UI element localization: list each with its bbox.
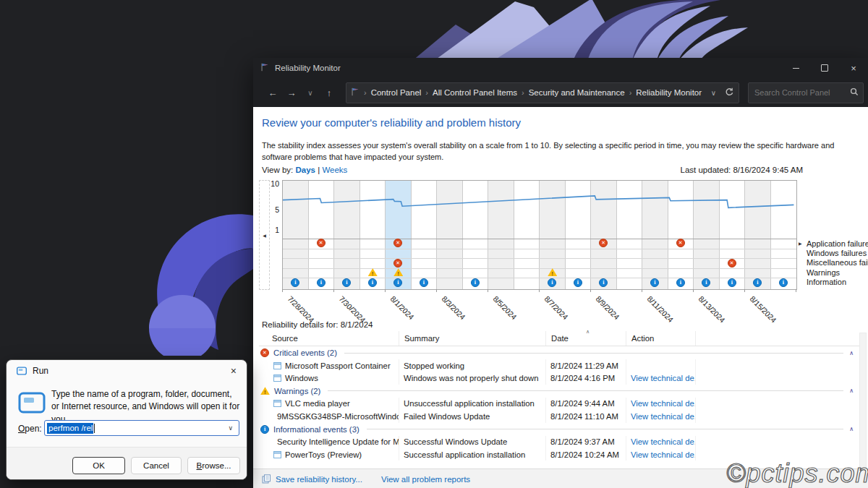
event-group-header[interactable]: ✕Critical events (2)∧ [259, 346, 864, 359]
group-rule [344, 353, 843, 354]
wallpaper-bloom-left [139, 211, 255, 356]
up-button[interactable]: ↑ [320, 87, 339, 98]
refresh-icon[interactable] [725, 87, 734, 98]
forward-button[interactable]: → [282, 87, 301, 98]
reliability-monitor-icon [260, 63, 269, 73]
chart-row-gridline [283, 239, 796, 239]
application-failure-icon[interactable]: ✕ [317, 239, 326, 247]
miscellaneous-failure-icon[interactable]: ✕ [393, 259, 402, 267]
column-header-date[interactable]: Date∧ [546, 331, 626, 346]
maximize-button[interactable] [810, 58, 839, 78]
breadcrumb-item[interactable]: Control Panel [371, 88, 422, 97]
breadcrumb[interactable]: ›Control Panel›All Control Panel Items›S… [346, 82, 739, 103]
event-row[interactable]: 9MSSGKG348SP-MicrosoftWindo...Failed Win… [259, 410, 864, 422]
chart-date-label: 8/1/2024 [388, 294, 415, 321]
event-group-header[interactable]: iInformational events (3)∧ [259, 423, 864, 436]
page-title: Review your computer's reliability and p… [262, 116, 521, 129]
information-icon[interactable]: i [317, 278, 326, 287]
information-icon[interactable]: i [599, 278, 608, 287]
application-failure-icon[interactable]: ✕ [676, 239, 685, 247]
view-technical-details-link[interactable]: View technical de... [631, 450, 696, 459]
chart-plot-area[interactable]: ✕✕✕✕✕✕!!!iiiiiiiiiiiiiiii [282, 180, 797, 290]
view-by-days-link[interactable]: Days [295, 166, 315, 174]
legend-item: Warnings [807, 268, 868, 278]
information-icon[interactable]: i [574, 278, 582, 287]
collapse-chevron-icon[interactable]: ∧ [849, 350, 854, 356]
minimize-button[interactable] [781, 58, 810, 78]
view-technical-details-link[interactable]: View technical de... [631, 374, 696, 382]
information-icon[interactable]: i [779, 278, 788, 287]
combobox-chevron-down-icon[interactable]: ∨ [228, 424, 233, 432]
event-row[interactable]: WindowsWindows was not properly shut dow… [259, 372, 864, 384]
x-tick [642, 289, 642, 292]
y-axis-tick-label: 10 [271, 179, 279, 188]
event-source-cell: 9MSSGKG348SP-MicrosoftWindo... [259, 410, 399, 422]
run-dialog: Run × Type the name of a program, folder… [6, 359, 247, 480]
collapse-chevron-icon[interactable]: ∧ [849, 426, 854, 432]
view-all-problem-reports-link[interactable]: View all problem reports [381, 475, 470, 484]
information-icon[interactable]: i [420, 278, 428, 287]
event-group-label: Warnings (2) [274, 387, 320, 395]
address-dropdown-chevron-icon[interactable]: ∨ [711, 89, 716, 97]
breadcrumb-item[interactable]: All Control Panel Items [433, 88, 517, 97]
view-by-weeks-link[interactable]: Weeks [322, 166, 347, 174]
control-panel-flag-icon [351, 87, 359, 98]
event-source: Windows [285, 374, 318, 382]
view-technical-details-link[interactable]: View technical de... [631, 437, 696, 446]
miscellaneous-failure-icon[interactable]: ✕ [728, 259, 736, 267]
back-button[interactable]: ← [263, 87, 282, 98]
information-icon[interactable]: i [291, 278, 299, 287]
run-close-icon[interactable]: × [231, 365, 237, 377]
breadcrumb-item[interactable]: Reliability Monitor [636, 88, 702, 97]
information-icon[interactable]: i [753, 278, 762, 287]
chart-date-label: 8/3/2024 [440, 294, 467, 321]
run-dialog-big-icon [18, 392, 46, 414]
column-header-source[interactable]: Source [259, 331, 399, 346]
open-combobox[interactable]: perfmon /rel ∨ [44, 420, 239, 436]
information-icon[interactable]: i [471, 278, 480, 287]
view-by-label: View by: [262, 166, 293, 174]
event-action-cell: View technical de... [626, 398, 696, 410]
information-icon[interactable]: i [702, 278, 710, 287]
search-input[interactable] [753, 87, 850, 98]
search-box[interactable] [748, 82, 864, 103]
view-technical-details-link[interactable]: View technical de... [631, 412, 696, 421]
chart-row-gridline [283, 268, 796, 269]
event-summary: Successful Windows Update [399, 436, 546, 448]
information-icon[interactable]: i [548, 278, 556, 287]
event-row[interactable]: Security Intelligence Update for M...Suc… [259, 436, 864, 448]
chart-date-labels: 7/28/20247/30/20248/1/20248/3/20248/5/20… [282, 293, 797, 317]
event-source: PowerToys (Preview) [285, 450, 362, 459]
breadcrumb-separator-icon: › [629, 88, 632, 97]
event-source: VLC media player [285, 399, 350, 408]
save-reliability-history-link[interactable]: Save reliability history... [276, 475, 362, 484]
event-action-cell: View technical de... [626, 372, 696, 384]
information-icon[interactable]: i [728, 278, 736, 287]
event-row[interactable]: VLC media playerUnsuccessful application… [259, 398, 864, 410]
information-icon[interactable]: i [393, 278, 402, 287]
event-row[interactable]: Microsoft Passport ContainerStopped work… [259, 359, 864, 372]
chart-scroll-left-icon[interactable]: ◀ [259, 180, 270, 290]
close-button[interactable]: × [839, 58, 868, 78]
event-summary: Failed Windows Update [399, 410, 546, 422]
event-group-header[interactable]: !Warnings (2)∧ [259, 385, 864, 398]
column-header-summary[interactable]: Summary [399, 331, 546, 346]
cancel-button[interactable]: Cancel [131, 457, 182, 474]
ok-button[interactable]: OK [72, 457, 125, 474]
chart-scroll-right-icon[interactable]: ▶ [799, 241, 802, 246]
details-scrollbar[interactable] [859, 333, 867, 468]
view-technical-details-link[interactable]: View technical de... [631, 399, 696, 408]
breadcrumb-item[interactable]: Security and Maintenance [529, 88, 625, 97]
information-icon[interactable]: i [676, 278, 685, 287]
search-icon[interactable] [850, 86, 859, 99]
information-icon[interactable]: i [650, 278, 659, 287]
information-icon[interactable]: i [342, 278, 351, 287]
open-input-value[interactable]: perfmon /rel [47, 423, 93, 434]
collapse-chevron-icon[interactable]: ∧ [849, 388, 854, 394]
column-header-action[interactable]: Action [626, 331, 696, 346]
recent-locations-chevron-icon[interactable]: ∨ [301, 89, 320, 97]
open-label: Open: [18, 424, 42, 434]
title-bar: Reliability Monitor × [253, 58, 868, 78]
information-icon[interactable]: i [368, 278, 377, 287]
browse-button[interactable]: Browse... [187, 457, 240, 474]
